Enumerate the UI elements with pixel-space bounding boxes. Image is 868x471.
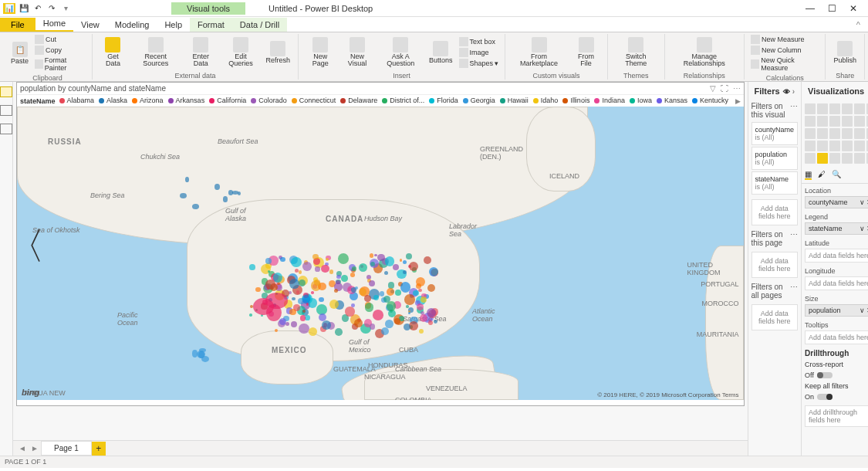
legend-item[interactable]: Georgia bbox=[463, 97, 495, 104]
legend-item[interactable]: Hawaii bbox=[500, 97, 529, 104]
menu-view[interactable]: View bbox=[73, 18, 107, 32]
well-legend-value[interactable]: stateName∨ ✕ bbox=[805, 222, 868, 235]
menu-home[interactable]: Home bbox=[35, 16, 73, 32]
report-view-icon[interactable] bbox=[0, 86, 12, 97]
focus-icon[interactable]: ⛶ bbox=[721, 84, 728, 93]
filter-icon[interactable]: ▽ bbox=[710, 84, 716, 93]
fields-well-tab[interactable]: ▦ bbox=[805, 170, 812, 180]
filters-collapse-icon[interactable]: › bbox=[792, 87, 795, 96]
viz-type-icon[interactable] bbox=[854, 128, 865, 139]
save-icon[interactable]: 💾 bbox=[19, 3, 29, 14]
add-page-button[interactable]: + bbox=[92, 442, 106, 456]
page-next-icon[interactable]: ► bbox=[29, 444, 41, 452]
back-arrow-icon[interactable]: 〈 bbox=[8, 222, 45, 271]
viz-type-icon[interactable] bbox=[805, 128, 816, 139]
viz-type-icon[interactable] bbox=[829, 141, 840, 151]
maximize-button[interactable]: ☐ bbox=[826, 3, 837, 14]
viz-type-icon[interactable] bbox=[854, 103, 865, 114]
format-tab[interactable]: 🖌 bbox=[818, 170, 826, 180]
switch-theme-button[interactable]: Switch Theme bbox=[613, 36, 660, 69]
legend-item[interactable]: Iowa bbox=[630, 97, 652, 104]
drillthrough-drop[interactable]: Add drillthrough fields here bbox=[805, 405, 868, 427]
recent-sources-button[interactable]: Recent Sources bbox=[130, 36, 181, 69]
well-size-value[interactable]: population∨ ✕ bbox=[805, 304, 868, 317]
viz-type-icon[interactable] bbox=[842, 141, 853, 151]
legend-item[interactable]: Alabama bbox=[59, 97, 95, 104]
legend-item[interactable]: Florida bbox=[429, 97, 458, 104]
viz-type-icon[interactable] bbox=[805, 103, 816, 114]
get-data-button[interactable]: Get Data bbox=[97, 36, 129, 69]
new-column-button[interactable]: New Column bbox=[749, 45, 820, 56]
new-measure-button[interactable]: New Measure bbox=[749, 34, 820, 45]
filters-visual-drop[interactable]: Add data fields here bbox=[751, 199, 799, 225]
viz-type-icon[interactable] bbox=[817, 153, 828, 164]
map-canvas[interactable]: CANADA MEXICO GREENLAND (DEN.) ICELAND R… bbox=[17, 107, 744, 400]
cut-button[interactable]: Cut bbox=[33, 34, 87, 45]
filters-eye-icon[interactable]: 👁 bbox=[783, 88, 790, 96]
menu-file[interactable]: File bbox=[0, 18, 35, 32]
viz-type-icon[interactable] bbox=[854, 116, 865, 127]
undo-icon[interactable]: ↶ bbox=[32, 3, 43, 14]
format-painter-button[interactable]: Format Painter bbox=[33, 56, 87, 73]
menu-modeling[interactable]: Modeling bbox=[107, 18, 157, 32]
filters-all-more-icon[interactable]: ⋯ bbox=[790, 283, 798, 300]
text-box-button[interactable]: Text box bbox=[458, 36, 501, 47]
well-location-value[interactable]: countyName∨ ✕ bbox=[805, 196, 868, 208]
legend-item[interactable]: Alaska bbox=[99, 97, 127, 104]
legend-item[interactable]: Idaho bbox=[533, 97, 559, 104]
minimize-button[interactable]: — bbox=[805, 3, 816, 14]
menu-format[interactable]: Format bbox=[190, 18, 232, 32]
edit-queries-button[interactable]: Edit Queries bbox=[221, 36, 262, 69]
viz-type-icon[interactable] bbox=[829, 128, 840, 139]
manage-relationships-button[interactable]: Manage Relationships bbox=[670, 36, 740, 69]
refresh-button[interactable]: Refresh bbox=[262, 39, 293, 66]
viz-type-icon[interactable] bbox=[842, 128, 853, 139]
image-button[interactable]: Image bbox=[458, 47, 501, 58]
viz-type-icon[interactable] bbox=[805, 153, 816, 164]
legend-item[interactable]: Connecticut bbox=[292, 97, 336, 104]
viz-type-icon[interactable] bbox=[829, 103, 840, 114]
more-icon[interactable]: ⋯ bbox=[733, 84, 741, 93]
legend-item[interactable]: Delaware bbox=[340, 97, 377, 104]
keep-all-switch[interactable] bbox=[817, 394, 833, 400]
close-button[interactable]: ✕ bbox=[848, 3, 859, 14]
well-tooltips-drop[interactable]: Add data fields here bbox=[805, 330, 868, 344]
legend-item[interactable]: Indiana bbox=[594, 97, 625, 104]
shapes-button[interactable]: Shapes▾ bbox=[458, 58, 501, 69]
legend-item[interactable]: California bbox=[209, 97, 246, 104]
viz-type-icon[interactable] bbox=[854, 141, 865, 151]
buttons-button[interactable]: Buttons bbox=[426, 39, 456, 66]
cross-report-switch[interactable] bbox=[817, 372, 833, 378]
filters-more-icon[interactable]: ⋯ bbox=[790, 102, 798, 119]
viz-type-icon[interactable] bbox=[817, 116, 828, 127]
viz-type-icon[interactable] bbox=[829, 153, 840, 164]
viz-type-icon[interactable] bbox=[805, 116, 816, 127]
enter-data-button[interactable]: Enter Data bbox=[183, 36, 219, 69]
menu-help[interactable]: Help bbox=[157, 18, 190, 32]
legend-item[interactable]: Kentucky bbox=[692, 97, 728, 104]
page-prev-icon[interactable]: ◄ bbox=[16, 444, 29, 452]
viz-type-icon[interactable] bbox=[817, 128, 828, 139]
well-longitude-drop[interactable]: Add data fields here bbox=[805, 276, 868, 290]
filters-page-more-icon[interactable]: ⋯ bbox=[790, 230, 798, 247]
viz-type-icon[interactable] bbox=[805, 141, 816, 151]
new-visual-button[interactable]: New Visual bbox=[339, 36, 375, 69]
ribbon-collapse-icon[interactable]: ^ bbox=[849, 18, 868, 32]
legend-item[interactable]: Arizona bbox=[132, 97, 164, 104]
filter-card[interactable]: countyNameis (All) bbox=[751, 122, 799, 145]
from-file-button[interactable]: From File bbox=[569, 36, 603, 69]
copy-button[interactable]: Copy bbox=[33, 45, 87, 56]
legend-item[interactable]: Colorado bbox=[251, 97, 287, 104]
viz-type-icon[interactable] bbox=[854, 153, 865, 164]
viz-type-icon[interactable] bbox=[842, 116, 853, 127]
viz-type-icon[interactable] bbox=[829, 116, 840, 127]
viz-type-icon[interactable] bbox=[842, 103, 853, 114]
page-tab-1[interactable]: Page 1 bbox=[41, 441, 92, 456]
from-marketplace-button[interactable]: From Marketplace bbox=[510, 36, 568, 69]
viz-type-icon[interactable] bbox=[842, 153, 853, 164]
new-quick-measure-button[interactable]: New Quick Measure bbox=[749, 56, 820, 73]
cross-report-toggle[interactable]: Cross-report bbox=[802, 359, 868, 370]
data-view-icon[interactable] bbox=[0, 105, 12, 116]
viz-type-icon[interactable] bbox=[817, 141, 828, 151]
menu-data-drill[interactable]: Data / Drill bbox=[232, 18, 287, 32]
